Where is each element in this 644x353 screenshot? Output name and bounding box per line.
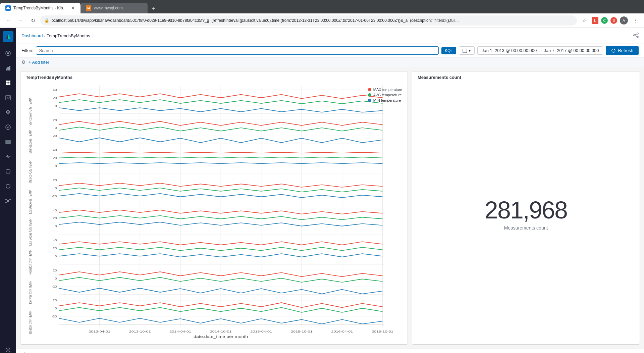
svg-text:2016-10-01: 2016-10-01	[372, 330, 393, 333]
svg-text:Los Angeles TEMP: Los Angeles TEMP	[28, 190, 32, 214]
gear-icon[interactable]: ⚙	[21, 59, 26, 65]
sidebar-item-siem[interactable]	[1, 165, 15, 178]
share-icon[interactable]	[633, 33, 639, 39]
bottom-settings-icon[interactable]	[21, 352, 27, 353]
lock-icon: 🔒	[44, 18, 49, 23]
legend-label-max: MAX temperature	[373, 88, 402, 92]
svg-line-30	[635, 36, 637, 37]
sidebar-item-apm[interactable]	[1, 150, 15, 163]
svg-text:20: 20	[53, 247, 57, 250]
svg-text:2016-04-01: 2016-04-01	[331, 330, 353, 333]
svg-text:0: 0	[55, 104, 57, 107]
kibana-logo[interactable]	[2, 31, 14, 43]
svg-marker-0	[6, 6, 10, 9]
svg-text:0: 0	[55, 255, 57, 258]
svg-text:20: 20	[53, 96, 57, 99]
sidebar-item-ml[interactable]	[1, 120, 15, 134]
sidebar-item-dashboard[interactable]	[1, 76, 15, 90]
reload-button[interactable]: ↻	[28, 16, 38, 25]
calendar-button[interactable]: ▾	[459, 46, 475, 55]
tab-close-kibana[interactable]: ✕	[71, 5, 75, 11]
svg-text:-20: -20	[52, 135, 57, 138]
time-to: Jan 7, 2017 @ 00:00:00.000	[544, 48, 599, 53]
svg-text:Houston City TEMP: Houston City TEMP	[28, 250, 32, 274]
more-icon[interactable]: ⋮	[631, 16, 640, 25]
back-button[interactable]: ←	[4, 16, 13, 25]
breadcrumb-parent[interactable]: Dashboard	[21, 33, 43, 38]
svg-text:20: 20	[53, 217, 57, 220]
kibana-logo-inner	[3, 31, 13, 42]
main-area: Dashboard / TempTrendsByMonths Filters K…	[16, 28, 644, 353]
main-panel-title: TempTrendsByMonths	[20, 71, 408, 82]
main-chart-panel: TempTrendsByMonths MAX temperature AVG t…	[20, 71, 408, 345]
filters-label: Filters	[21, 48, 33, 53]
svg-text:0: 0	[55, 127, 57, 130]
profile-icon[interactable]: A	[620, 16, 628, 24]
browser-tab-mysql[interactable]: M www.mysql.com ✕	[80, 3, 148, 13]
svg-rect-31	[463, 49, 467, 53]
svg-text:40: 40	[53, 239, 57, 242]
svg-text:Las Vegas City TEMP: Las Vegas City TEMP	[28, 218, 32, 246]
tab-close-mysql[interactable]: ✕	[138, 5, 142, 11]
ext3-icon[interactable]: S	[610, 17, 617, 24]
add-filter-link[interactable]: + Add filter	[29, 60, 49, 65]
sidebar-item-graph[interactable]	[1, 194, 15, 208]
search-input[interactable]	[36, 46, 439, 55]
url-bar[interactable]: 🔒 localhost:5601/s/dw/app/kibana#/dashbo…	[40, 15, 577, 26]
ext2-icon[interactable]: C	[601, 17, 608, 24]
sidebar-item-uptime[interactable]	[1, 180, 15, 193]
legend-dot-max	[368, 88, 371, 91]
svg-point-4	[7, 52, 9, 54]
refresh-button[interactable]: Refresh	[606, 46, 639, 55]
svg-point-25	[7, 349, 9, 351]
svg-rect-5	[6, 68, 7, 70]
svg-point-26	[634, 35, 635, 36]
sidebar-item-maps[interactable]	[1, 106, 15, 119]
svg-text:20: 20	[53, 156, 57, 159]
tab-favicon-mysql: M	[86, 5, 91, 11]
sidebar-item-canvas[interactable]	[1, 91, 15, 104]
filter-bar: Filters KQL ▾ Jan 1, 2013 @ 00:00:00.000…	[16, 44, 644, 57]
top-bar: Dashboard / TempTrendsByMonths	[16, 28, 644, 44]
svg-text:40: 40	[53, 209, 57, 212]
svg-text:Boston City TEMP: Boston City TEMP	[28, 311, 32, 334]
dashboard-content: TempTrendsByMonths MAX temperature AVG t…	[16, 67, 644, 349]
forward-button[interactable]: →	[16, 16, 25, 25]
svg-text:20: 20	[53, 299, 57, 302]
browser-chrome: TempTrendsByMonths - Kiba... ✕ M www.mys…	[0, 0, 644, 28]
measurements-content: 281,968 Measurements count	[412, 82, 640, 344]
bottom-bar	[16, 349, 644, 353]
svg-text:2015-04-01: 2015-04-01	[250, 330, 272, 333]
sidebar-item-discover[interactable]	[1, 47, 15, 60]
extensions-icon[interactable]: L	[592, 17, 598, 24]
sidebar-item-infrastructure[interactable]	[1, 135, 15, 149]
svg-text:Denver City TEMP: Denver City TEMP	[28, 281, 32, 304]
temperature-chart: Vancouver City TEMP Minneapolis TEMP Mex…	[22, 85, 405, 342]
legend-avg: AVG temperature	[368, 93, 402, 97]
new-tab-button[interactable]: +	[149, 4, 158, 13]
svg-text:0: 0	[55, 277, 57, 280]
tab-title-mysql: www.mysql.com	[94, 6, 136, 10]
tab-favicon-kibana	[5, 5, 11, 11]
svg-text:0: 0	[55, 225, 57, 228]
svg-marker-2	[5, 34, 8, 39]
bookmark-icon[interactable]: ☆	[580, 16, 589, 25]
svg-text:20: 20	[53, 179, 57, 182]
svg-point-14	[7, 111, 9, 113]
app-wrapper: Dashboard / TempTrendsByMonths Filters K…	[0, 28, 644, 353]
svg-text:Minneapolis TEMP: Minneapolis TEMP	[28, 130, 32, 153]
svg-text:2013-04-01: 2013-04-01	[89, 330, 110, 333]
nav-icons: ☆ L C S A ⋮	[580, 16, 640, 25]
time-range[interactable]: Jan 1, 2013 @ 00:00:00.000 → Jan 7, 2017…	[477, 46, 603, 55]
kql-button[interactable]: KQL	[441, 47, 456, 54]
svg-rect-11	[8, 83, 10, 85]
svg-point-27	[637, 33, 638, 34]
time-arrow: →	[538, 48, 542, 53]
svg-text:40: 40	[53, 149, 57, 152]
svg-rect-10	[6, 83, 8, 85]
sidebar-item-settings[interactable]	[1, 343, 15, 353]
browser-tab-active[interactable]: TempTrendsByMonths - Kiba... ✕	[0, 3, 80, 13]
sidebar-item-visualize[interactable]	[1, 61, 15, 75]
svg-text:2014-10-01: 2014-10-01	[210, 330, 232, 333]
add-filter-bar: ⚙ + Add filter	[16, 57, 644, 67]
